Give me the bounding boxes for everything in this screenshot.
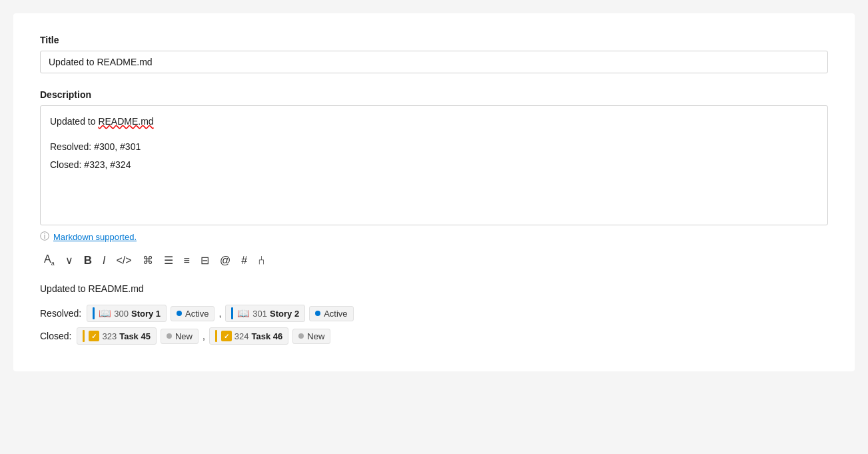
task1-bar (83, 330, 85, 342)
title-input[interactable] (40, 51, 828, 73)
markdown-text[interactable]: Markdown supported. (53, 232, 137, 242)
chevron-button[interactable]: ∨ (61, 251, 77, 269)
pullrequest-button[interactable]: ⑃ (254, 251, 269, 270)
unordered-list-icon: ☰ (164, 254, 173, 267)
story1-badge[interactable]: 📖 300 Story 1 (87, 305, 167, 322)
story1-title: Story 1 (131, 309, 161, 319)
story2-id: 301 (252, 309, 267, 319)
code-icon: </> (116, 255, 131, 267)
hashtag-button[interactable]: # (237, 252, 251, 269)
task1-status-badge[interactable]: New (161, 329, 199, 344)
story2-bar (231, 307, 233, 319)
mention-button[interactable]: @ (216, 252, 234, 269)
task1-status-dot (167, 333, 172, 339)
bold-button[interactable]: B (80, 251, 96, 270)
story2-title: Story 2 (270, 309, 299, 319)
task2-bar (215, 330, 217, 342)
ordered-list-icon: ≡ (184, 255, 190, 267)
task2-status-badge[interactable]: New (292, 329, 330, 344)
comma-sep-2: , (203, 331, 205, 341)
link-icon: ⌘ (143, 254, 153, 267)
task2-id: 324 (234, 331, 249, 341)
story2-status-badge[interactable]: Active (309, 306, 353, 321)
task2-badge[interactable]: ✓ 324 Task 46 (209, 327, 288, 345)
story2-status-dot (315, 311, 320, 316)
task2-title: Task 46 (252, 331, 283, 341)
code-button[interactable]: </> (112, 252, 135, 269)
chevron-down-icon: ∨ (65, 254, 73, 267)
indent-list-icon: ⊟ (201, 254, 209, 267)
task1-id: 323 (102, 331, 117, 341)
title-label: Title (40, 35, 828, 45)
story2-badge[interactable]: 📖 301 Story 2 (225, 305, 305, 322)
preview-title: Updated to README.md (40, 283, 828, 294)
story1-status-badge[interactable]: Active (171, 306, 215, 321)
format-icon: Aa (44, 253, 55, 267)
resolved-label: Resolved: (40, 308, 81, 319)
story1-status-text: Active (185, 309, 209, 319)
info-icon: ⓘ (40, 231, 49, 243)
task2-status-text: New (307, 331, 324, 341)
main-container: Title Description Updated to README.md R… (13, 13, 855, 371)
description-prefix: Updated to (50, 116, 98, 127)
description-line1: Updated to README.md (50, 114, 818, 129)
resolved-row: Resolved: 📖 300 Story 1 Active , 📖 301 S… (40, 305, 828, 322)
italic-icon: I (103, 255, 105, 267)
description-label: Description (40, 89, 828, 100)
bold-icon: B (84, 254, 92, 267)
task2-icon: ✓ (221, 331, 232, 341)
indent-list-button[interactable]: ⊟ (197, 251, 213, 269)
link-button[interactable]: ⌘ (139, 251, 157, 269)
task1-badge[interactable]: ✓ 323 Task 45 (77, 327, 156, 345)
format-button[interactable]: Aa (40, 251, 59, 269)
story1-bar (93, 307, 95, 319)
closed-label: Closed: (40, 331, 71, 341)
description-resolved: Resolved: #300, #301 (50, 139, 818, 154)
description-textarea[interactable]: Updated to README.md Resolved: #300, #30… (40, 105, 828, 225)
story1-id: 300 (114, 309, 129, 319)
story2-icon: 📖 (237, 307, 250, 319)
ordered-list-button[interactable]: ≡ (180, 252, 194, 269)
story1-icon: 📖 (99, 307, 111, 319)
markdown-note: ⓘ Markdown supported. (40, 231, 828, 243)
closed-row: Closed: ✓ 323 Task 45 New , ✓ 324 Task 4… (40, 327, 828, 345)
description-closed: Closed: #323, #324 (50, 157, 818, 172)
task1-icon: ✓ (89, 331, 99, 341)
hashtag-icon: # (241, 255, 247, 267)
description-link: README.md (98, 116, 153, 127)
task2-status-dot (298, 333, 304, 339)
task1-title: Task 45 (119, 331, 151, 341)
story1-status-dot (177, 311, 182, 316)
description-toolbar: Aa ∨ B I </> ⌘ ☰ ≡ ⊟ @ # (40, 251, 828, 270)
pullrequest-icon: ⑃ (258, 253, 265, 267)
story2-status-text: Active (324, 309, 347, 319)
comma-sep-1: , (218, 308, 221, 319)
mention-icon: @ (220, 255, 230, 267)
unordered-list-button[interactable]: ☰ (160, 251, 177, 269)
task1-status-text: New (175, 331, 193, 341)
italic-button[interactable]: I (99, 252, 109, 269)
